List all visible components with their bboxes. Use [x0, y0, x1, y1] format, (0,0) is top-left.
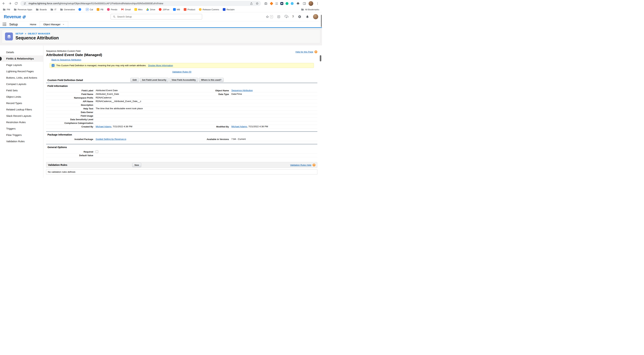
- detail-value: 7.64 - Current: [231, 138, 317, 141]
- address-bar[interactable]: ringdna.lightning.force.com/lightning/se…: [20, 1, 261, 6]
- bookmark-reclaim[interactable]: Reclaim: [223, 8, 234, 11]
- bookmark-pb[interactable]: PB: [97, 8, 104, 11]
- bookmark-generative[interactable]: Generative: [60, 8, 75, 11]
- bookmark-mb[interactable]: MB: [173, 8, 180, 11]
- new-validation-rule-button[interactable]: New: [132, 163, 141, 167]
- bookmark-release-comms[interactable]: Release Comms: [199, 8, 219, 11]
- revenue-logo[interactable]: Revenue: [4, 14, 26, 19]
- bookmark-it[interactable]: IT: [50, 8, 56, 11]
- bookmark-boards[interactable]: Boards: [36, 8, 47, 11]
- detail-value: [96, 150, 184, 153]
- back-icon[interactable]: [2, 2, 6, 6]
- screenshot-tool-icon[interactable]: [264, 2, 268, 6]
- sidebar-item-related-lookup-filters[interactable]: Related Lookup Filters: [0, 106, 43, 113]
- help-for-page-icon[interactable]: ?: [314, 50, 317, 53]
- sidebar-item-object-limits[interactable]: Object Limits: [0, 94, 43, 100]
- search-icon: [113, 15, 116, 18]
- global-actions-plus-icon[interactable]: [276, 14, 281, 19]
- extensions-puzzle-icon[interactable]: [296, 2, 300, 6]
- bookmark-star-icon[interactable]: [255, 2, 259, 6]
- browser-menu-icon[interactable]: [316, 2, 320, 6]
- help-icon[interactable]: ?: [292, 15, 294, 18]
- detail-value: [231, 114, 317, 117]
- setup-gear-icon[interactable]: [298, 14, 302, 19]
- grammarly-extension-icon[interactable]: [286, 2, 288, 5]
- bookmark-gmail[interactable]: Gmail: [121, 8, 131, 11]
- validation-rules-help-icon[interactable]: ?: [312, 164, 316, 166]
- validation-rules-related-list: Validation Rules New Validation Rules He…: [46, 162, 317, 174]
- bookmark-pendo[interactable]: Pendo: [107, 8, 117, 11]
- object-name-link[interactable]: Sequence Attribution: [231, 89, 253, 92]
- reclaim-favicon: [223, 8, 226, 11]
- edit-button[interactable]: Edit: [130, 78, 139, 82]
- extension-icon-1[interactable]: [270, 2, 273, 5]
- notifications-bell-icon[interactable]: [305, 14, 310, 19]
- breadcrumb-object-manager-link[interactable]: OBJECT MANAGER: [28, 32, 50, 35]
- scrollbar-thumb[interactable]: [321, 15, 322, 27]
- browser-nav-buttons: [2, 2, 18, 6]
- bookmark-miro[interactable]: Miro: [134, 8, 142, 11]
- sidebar-item-page-layouts[interactable]: Page Layouts: [0, 62, 43, 68]
- sidebar-item-restriction-rules[interactable]: Restriction Rules: [0, 119, 43, 126]
- tab-home[interactable]: Home: [26, 21, 40, 27]
- validation-rules-help-link[interactable]: Validation Rules Help: [290, 164, 311, 166]
- edge-handle-right[interactable]: [320, 55, 321, 62]
- sidebar-item-flow-triggers[interactable]: Flow Triggers: [0, 132, 43, 138]
- sidebar-item-validation-rules[interactable]: Validation Rules: [0, 138, 43, 144]
- extension-icon-3[interactable]: [280, 2, 283, 5]
- toolbar-extensions: [264, 1, 320, 6]
- help-for-page-link[interactable]: Help for this Page: [296, 50, 313, 53]
- sidebar-item-details[interactable]: Details: [0, 49, 43, 56]
- sidebar-item-record-types[interactable]: Record Types: [0, 100, 43, 106]
- bookmark-revenue-apps[interactable]: Revenue Apps: [14, 8, 32, 11]
- search-input[interactable]: [117, 15, 200, 18]
- share-icon[interactable]: [249, 2, 253, 6]
- bookmark-cal[interactable]: 27Cal: [86, 8, 93, 11]
- site-settings-icon[interactable]: [23, 2, 27, 6]
- tab-object-manager[interactable]: Object Manager: [40, 21, 68, 27]
- all-bookmarks-button[interactable]: All Bookmarks: [301, 8, 319, 11]
- back-to-object-link[interactable]: Back to Sequence Attribution: [52, 58, 81, 61]
- installed-package-link[interactable]: Guided Selling by Revenue.io: [96, 138, 126, 140]
- product-favicon: [184, 8, 186, 11]
- sidebar-item-triggers[interactable]: Triggers: [0, 126, 43, 132]
- setup-search-box[interactable]: [110, 14, 202, 20]
- bookmark-unnamed[interactable]: [78, 8, 82, 11]
- sidebar-item-buttons-links-actions[interactable]: Buttons, Links, and Actions: [0, 74, 43, 81]
- set-field-level-security-button[interactable]: Set Field-Level Security: [140, 78, 168, 82]
- bookmark-15five[interactable]: 15Five: [159, 8, 169, 11]
- required-checkbox[interactable]: [96, 150, 98, 153]
- sidebar-item-slack-record-layouts[interactable]: Slack Record Layouts: [0, 113, 43, 119]
- bookmark-drive[interactable]: Drive: [146, 8, 155, 11]
- validation-rules-jump-link[interactable]: Validation Rules [0]: [172, 70, 191, 73]
- package-information-section: Package Information Installed Package Gu…: [46, 132, 317, 141]
- bookmark-pm[interactable]: PM: [3, 8, 10, 11]
- extension-icon-2[interactable]: [275, 2, 278, 5]
- app-launcher-icon[interactable]: [3, 22, 6, 26]
- sidebar-item-compact-layouts[interactable]: Compact Layouts: [0, 81, 43, 87]
- extension-icon-4[interactable]: [291, 2, 294, 5]
- side-panel-icon[interactable]: [302, 2, 306, 6]
- custom-field-detail-header: Custom Field Definition Detail Edit Set …: [46, 78, 317, 83]
- upload-cloud-icon[interactable]: [284, 14, 288, 19]
- sidebar-item-fields-relationships[interactable]: Fields & Relationships: [0, 56, 43, 62]
- user-avatar[interactable]: [313, 14, 318, 19]
- bookmark-product[interactable]: Product: [184, 8, 195, 11]
- created-by-link[interactable]: Michael Adams: [96, 125, 112, 128]
- managed-field-banner: i This Custom Field Definition is manage…: [50, 63, 314, 68]
- jump-links-row: Validation Rules [0]: [46, 70, 317, 73]
- revenue-logo-text: Revenue: [4, 14, 21, 19]
- favorites-star-icon[interactable]: [265, 14, 269, 19]
- reload-icon[interactable]: [14, 2, 18, 6]
- bookmark-label: Miro: [138, 8, 142, 11]
- display-more-information-link[interactable]: Display More Information: [148, 64, 173, 67]
- breadcrumb-setup-link[interactable]: SETUP: [16, 32, 24, 35]
- sidebar-item-field-sets[interactable]: Field Sets: [0, 87, 43, 94]
- forward-icon[interactable]: [8, 2, 12, 6]
- view-field-accessibility-button[interactable]: View Field Accessibility: [170, 78, 198, 82]
- browser-profile-avatar[interactable]: [308, 1, 313, 6]
- where-is-this-used-button[interactable]: Where is this used?: [199, 78, 224, 82]
- favorites-caret-icon[interactable]: [270, 15, 273, 18]
- modified-by-link[interactable]: Michael Adams: [231, 125, 247, 128]
- sidebar-item-lightning-record-pages[interactable]: Lightning Record Pages: [0, 68, 43, 74]
